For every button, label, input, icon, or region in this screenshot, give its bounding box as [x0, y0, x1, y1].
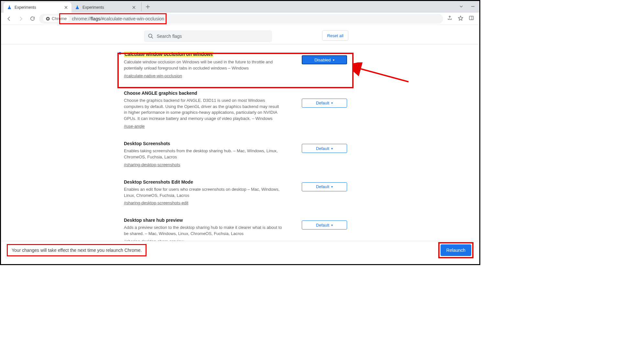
flag-hash-link[interactable]: #sharing-desktop-screenshots-edit	[124, 200, 188, 205]
sidepanel-icon[interactable]	[469, 15, 474, 22]
forward-button[interactable]	[16, 14, 26, 24]
flag-hash-link[interactable]: #calculate-native-win-occlusion	[124, 73, 182, 78]
tab-title: Experiments	[82, 5, 104, 10]
reset-all-button[interactable]: Reset all	[322, 30, 348, 41]
svg-point-1	[47, 18, 49, 19]
relaunch-bar: Your changes will take effect the next t…	[1, 241, 479, 259]
flag-sharing-desktop-screenshots-edit: Desktop Screenshots Edit Mode Enables an…	[124, 173, 347, 212]
url-text: chrome://flags/#calculate-native-win-occ…	[72, 16, 164, 21]
tab-experiments-1[interactable]: Experiments	[4, 2, 71, 13]
flask-icon	[75, 5, 80, 10]
chrome-chip-label: Chrome	[52, 16, 67, 21]
flag-select[interactable]: Default ▾	[302, 220, 347, 230]
flag-sharing-desktop-screenshots: Desktop Screenshots Enables taking scree…	[124, 135, 347, 173]
search-placeholder: Search flags	[157, 34, 182, 39]
chevron-down-icon: ▾	[331, 101, 333, 105]
flag-title: Desktop share hub preview	[124, 218, 183, 223]
search-row: Search flags Reset all	[1, 28, 479, 44]
browser-toolbar: Chrome chrome://flags/#calculate-native-…	[1, 13, 479, 25]
flag-select[interactable]: Default ▾	[302, 144, 347, 153]
star-icon[interactable]	[458, 15, 463, 22]
chrome-chip: Chrome	[43, 16, 69, 22]
minimize-icon[interactable]	[471, 4, 475, 10]
flag-title: Choose ANGLE graphics backend	[124, 91, 197, 96]
address-bar[interactable]: Chrome chrome://flags/#calculate-native-…	[39, 14, 443, 24]
chevron-down-icon: ▾	[331, 185, 333, 188]
flag-description: Calculate window occlusion on Windows wi…	[124, 59, 282, 71]
relaunch-message: Your changes will take effect the next t…	[7, 244, 147, 256]
tab-strip: Experiments Experiments	[1, 1, 479, 13]
flag-description: Adds a preview section to the desktop sh…	[124, 225, 282, 237]
flag-hash-link[interactable]: #use-angle	[124, 124, 145, 129]
flag-hash-link[interactable]: #sharing-desktop-screenshots	[124, 162, 180, 167]
flag-title: Desktop Screenshots Edit Mode	[124, 179, 193, 185]
flag-description: Enables taking screenshots from the desk…	[124, 148, 282, 160]
svg-rect-2	[469, 16, 474, 20]
relaunch-button[interactable]: Relaunch	[441, 244, 471, 256]
flag-select[interactable]: Default ▾	[302, 182, 347, 191]
search-input[interactable]: Search flags	[144, 30, 272, 42]
flask-icon	[7, 5, 12, 10]
chevron-down-icon[interactable]	[459, 4, 463, 10]
flags-page: Search flags Reset all Calculate window …	[1, 25, 479, 250]
close-icon[interactable]	[64, 5, 68, 10]
chrome-icon	[46, 16, 50, 21]
flag-title: Desktop Screenshots	[124, 141, 170, 146]
reload-button[interactable]	[27, 14, 37, 24]
modified-dot-icon	[119, 52, 121, 55]
flag-select[interactable]: Default ▾	[302, 99, 347, 108]
chevron-down-icon: ▾	[331, 147, 333, 150]
flag-title: Calculate window occlusion on Windows	[124, 51, 213, 57]
flag-description: Choose the graphics backend for ANGLE. D…	[124, 98, 282, 122]
flag-calculate-native-win-occlusion: Calculate window occlusion on Windows Ca…	[124, 44, 347, 84]
back-button[interactable]	[4, 14, 14, 24]
flag-use-angle: Choose ANGLE graphics backend Choose the…	[124, 84, 347, 135]
close-icon[interactable]	[132, 5, 136, 10]
share-icon[interactable]	[447, 15, 452, 22]
search-icon	[148, 33, 154, 39]
flag-description: Enables an edit flow for users who creat…	[124, 187, 282, 199]
flag-select[interactable]: Disabled ▾	[302, 55, 347, 64]
annotation-relaunch-box: Relaunch	[438, 242, 474, 258]
chevron-down-icon: ▾	[333, 58, 334, 62]
tab-experiments-2[interactable]: Experiments	[71, 2, 139, 13]
new-tab-button[interactable]	[141, 2, 150, 11]
chevron-down-icon: ▾	[331, 223, 333, 227]
window-controls	[459, 4, 479, 10]
svg-point-3	[148, 34, 152, 37]
flags-list: Calculate window occlusion on Windows Ca…	[124, 44, 347, 250]
tab-title: Experiments	[15, 5, 36, 10]
